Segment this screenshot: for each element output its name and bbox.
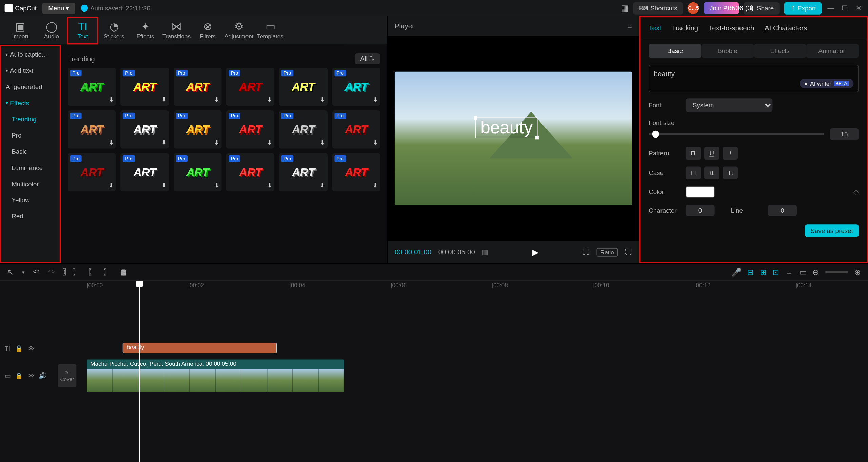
subtab-basic[interactable]: Basic xyxy=(649,44,701,58)
insp-tab-tracking[interactable]: Tracking xyxy=(672,24,698,32)
effect-thumb[interactable]: ProART⬇ xyxy=(173,110,221,149)
color-swatch[interactable] xyxy=(686,186,714,198)
menu-button[interactable]: Menu ▾ xyxy=(42,3,75,14)
effect-thumb[interactable]: ProART⬇ xyxy=(68,68,116,106)
tab-transitions[interactable]: ⋈Transitions xyxy=(161,17,192,44)
mic-icon[interactable]: 🎤 xyxy=(731,267,741,276)
cover-button[interactable]: ✎Cover xyxy=(58,364,77,387)
effect-thumb[interactable]: ProART⬇ xyxy=(332,110,380,149)
insp-tab-aichar[interactable]: AI Characters xyxy=(765,24,807,32)
tab-adjustment[interactable]: ⚙Adjustment xyxy=(223,17,255,44)
sidebar-ai-generated[interactable]: AI generated xyxy=(1,79,59,95)
split-right-tool[interactable]: 〗 xyxy=(103,267,112,277)
insp-tab-tts[interactable]: Text-to-speech xyxy=(709,24,754,32)
sidebar-pro[interactable]: Pro xyxy=(1,127,59,143)
effect-thumb[interactable]: ProART⬇ xyxy=(279,110,327,149)
case-title[interactable]: Tt xyxy=(723,167,738,180)
effect-thumb[interactable]: ProART⬇ xyxy=(332,68,380,106)
lock-icon[interactable]: 🔒 xyxy=(15,345,23,352)
layout-icon[interactable]: ▦ xyxy=(621,3,628,13)
effect-thumb[interactable]: ProART⬇ xyxy=(226,153,274,191)
text-overlay[interactable]: beauty xyxy=(475,117,538,138)
ratio-button[interactable]: Ratio xyxy=(596,248,618,256)
bold-button[interactable]: B xyxy=(686,147,701,160)
sidebar-multicolor[interactable]: Multicolor xyxy=(1,176,59,192)
redo-button[interactable]: ↷ xyxy=(48,267,55,276)
save-preset-button[interactable]: Save as preset xyxy=(805,224,859,237)
avatar[interactable]: C...5 xyxy=(688,2,699,14)
tab-effects[interactable]: ✦Effects xyxy=(130,17,161,44)
align-icon[interactable]: ⫠ xyxy=(785,267,793,276)
zoom-slider[interactable] xyxy=(825,271,848,273)
cursor-tool[interactable]: ↖ xyxy=(7,267,14,276)
fullscreen-icon[interactable]: ⛶ xyxy=(625,248,632,256)
effect-thumb[interactable]: ProART⬇ xyxy=(332,153,380,191)
tab-audio[interactable]: ◯Audio xyxy=(36,17,67,44)
magnet-icon[interactable]: ⊟ xyxy=(747,267,754,276)
split-left-tool[interactable]: 〖 xyxy=(87,267,96,277)
eye-icon[interactable]: 👁 xyxy=(28,345,34,352)
effect-thumb[interactable]: ProART⬇ xyxy=(226,110,274,149)
sidebar-luminance[interactable]: Luminance xyxy=(1,160,59,176)
sidebar-yellow[interactable]: Yellow xyxy=(1,192,59,208)
video-preview[interactable]: beauty xyxy=(395,72,632,205)
tab-import[interactable]: ▣Import xyxy=(5,17,36,44)
effect-thumb[interactable]: ProART⬇ xyxy=(279,153,327,191)
keyframe-icon[interactable]: ◇ xyxy=(853,188,859,196)
playhead[interactable] xyxy=(139,281,140,462)
sidebar-trending[interactable]: Trending xyxy=(1,111,59,127)
underline-button[interactable]: U xyxy=(704,147,719,160)
snap-icon[interactable]: ⊞ xyxy=(760,267,767,276)
effect-thumb[interactable]: ProART⬇ xyxy=(121,68,169,106)
split-tool[interactable]: 〗〖 xyxy=(63,267,79,277)
subtab-effects[interactable]: Effects xyxy=(754,44,806,58)
play-button[interactable]: ▶ xyxy=(532,247,539,256)
shortcuts-button[interactable]: ⌨ Shortcuts xyxy=(633,2,683,14)
zoom-in-icon[interactable]: ⊕ xyxy=(854,267,861,276)
filter-all[interactable]: All ⇅ xyxy=(355,53,380,64)
fontsize-input[interactable] xyxy=(830,128,859,140)
sidebar-auto-captions[interactable]: ▸Auto captio... xyxy=(1,46,59,63)
character-input[interactable] xyxy=(686,205,714,216)
sidebar-red[interactable]: Red xyxy=(1,208,59,224)
video-clip[interactable]: Machu Picchu, Cusco, Peru, South America… xyxy=(87,360,344,392)
effect-thumb[interactable]: ProART⬇ xyxy=(68,153,116,191)
case-upper[interactable]: TT xyxy=(686,167,701,180)
text-content-input[interactable]: beauty ● AI writer BETA xyxy=(649,65,859,92)
line-input[interactable] xyxy=(768,205,797,216)
cursor-dropdown[interactable]: ▾ xyxy=(22,269,25,275)
tab-templates[interactable]: ▭Templates xyxy=(255,17,286,44)
delete-tool[interactable]: 🗑 xyxy=(120,267,128,276)
crop-icon[interactable]: ⛶ xyxy=(583,248,589,256)
effect-thumb[interactable]: ProART⬇ xyxy=(173,153,221,191)
effect-thumb[interactable]: ProART⬇ xyxy=(121,153,169,191)
undo-button[interactable]: ↶ xyxy=(33,267,40,276)
font-select[interactable]: System xyxy=(686,98,772,112)
maximize-icon[interactable]: ☐ xyxy=(840,3,849,13)
preview-icon[interactable]: ▭ xyxy=(799,267,807,276)
effect-thumb[interactable]: ProART⬇ xyxy=(226,68,274,106)
sidebar-add-text[interactable]: ▸Add text xyxy=(1,62,59,79)
lock-icon[interactable]: 🔒 xyxy=(15,372,23,379)
player-menu-icon[interactable]: ≡ xyxy=(628,22,632,30)
close-icon[interactable]: ✕ xyxy=(854,3,863,13)
effect-thumb[interactable]: ProART⬇ xyxy=(279,68,327,106)
link-icon[interactable]: ⊡ xyxy=(772,267,779,276)
effect-thumb[interactable]: ProART⬇ xyxy=(173,68,221,106)
sidebar-basic[interactable]: Basic xyxy=(1,143,59,160)
subtab-bubble[interactable]: Bubble xyxy=(701,44,754,58)
text-clip[interactable]: beauty xyxy=(123,343,277,353)
mute-icon[interactable]: 🔊 xyxy=(39,372,47,379)
ai-writer-button[interactable]: ● AI writer BETA xyxy=(800,79,854,88)
italic-button[interactable]: I xyxy=(723,147,738,160)
fontsize-slider[interactable] xyxy=(649,133,824,135)
subtab-animation[interactable]: Animation xyxy=(806,44,859,58)
effect-thumb[interactable]: ProART⬇ xyxy=(121,110,169,149)
case-lower[interactable]: tt xyxy=(704,167,719,180)
export-button[interactable]: ⇧ Export xyxy=(784,2,822,14)
minimize-icon[interactable]: — xyxy=(826,3,835,13)
eye-icon[interactable]: 👁 xyxy=(28,372,34,379)
tab-filters[interactable]: ⊗Filters xyxy=(192,17,223,44)
columns-icon[interactable]: ▥ xyxy=(482,248,488,256)
sidebar-effects[interactable]: ▾Effects xyxy=(1,95,59,111)
